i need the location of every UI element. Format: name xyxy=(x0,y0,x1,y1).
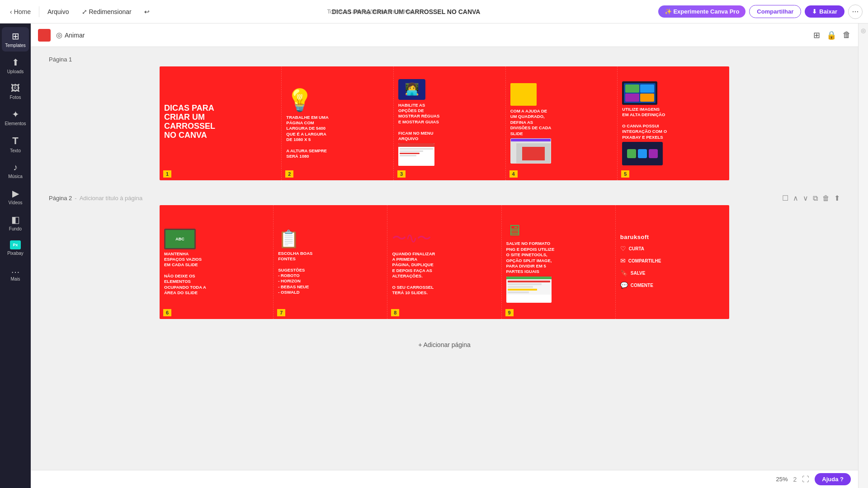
video-icon: ▶ xyxy=(12,188,19,199)
pixabay-icon: Px xyxy=(10,240,21,249)
duplicate-page-button[interactable]: ⧉ xyxy=(813,194,818,202)
section-8-text: QUANDO FINALIZARA PRIMEIRAPÁGINA, DUPLIQ… xyxy=(392,251,496,296)
page-2-label: Página 2 - Adicionar título à página xyxy=(49,195,142,202)
section-3[interactable]: 👩‍💻 HABILITE ASOPÇÕES DEMOSTRAR RÉGUASE … xyxy=(394,66,506,180)
move-down-button[interactable]: ∨ xyxy=(803,194,808,202)
templates-icon: ⊞ xyxy=(12,31,19,42)
brand-label: baruksoft xyxy=(620,234,725,240)
more-options-button[interactable]: ··· xyxy=(848,5,863,19)
section-6[interactable]: ABC MANTENHAESPAÇOS VAZIOSEM CADA SLIDEN… xyxy=(160,205,274,319)
sidebar-item-pixabay[interactable]: Px Pixabay xyxy=(2,237,29,259)
save-label: SALVE xyxy=(631,271,646,276)
sidebar-item-videos[interactable]: ▶ Vídeos xyxy=(2,184,29,209)
sidebar-item-fundo[interactable]: ◧ Fundo xyxy=(2,211,29,235)
canvas-page-1[interactable]: DICAS PARACRIAR UMCARROSSELNO CANVA 1 💡 … xyxy=(160,66,729,180)
share-button[interactable]: Compartilhar xyxy=(749,5,801,18)
section-number-5: 5 xyxy=(621,170,629,178)
animate-label: Animar xyxy=(65,32,85,39)
download-button[interactable]: ⬇ Baixar xyxy=(805,5,844,18)
top-navigation: ‹ Home Arquivo ⤢ Redimensionar ↩ Todas a… xyxy=(0,0,868,23)
sidebar-item-uploads[interactable]: ⬆ Uploads xyxy=(2,53,29,78)
section-number-8: 8 xyxy=(391,309,399,316)
redimensionar-button[interactable]: ⤢ Redimensionar xyxy=(77,6,136,18)
more-icon: … xyxy=(11,265,20,275)
sidebar-item-texto[interactable]: T Texto xyxy=(2,131,29,157)
page-2-meta-row: Página 2 - Adicionar título à página ☐ ∧… xyxy=(49,194,840,202)
section-1[interactable]: DICAS PARACRIAR UMCARROSSELNO CANVA 1 xyxy=(160,66,282,180)
download-icon: ⬇ xyxy=(812,8,817,15)
grid-icon[interactable]: ⊞ xyxy=(813,30,820,40)
page-2-actions: ☐ ∧ ∨ ⧉ 🗑 ⬆ xyxy=(782,194,840,202)
zoom-level: 25% xyxy=(776,476,788,483)
export-page-button[interactable]: ⬆ xyxy=(834,194,840,202)
social-share: ✉ COMPARTILHE xyxy=(620,257,725,264)
section-1-title: DICAS PARACRIAR UMCARROSSELNO CANVA xyxy=(164,104,277,140)
section-5[interactable]: UTILIZE IMAGENSEM ALTA DEFINIÇÃOO CANVA … xyxy=(618,66,729,180)
section-8[interactable]: 〜∿〜 QUANDO FINALIZARA PRIMEIRAPÁGINA, DU… xyxy=(387,205,501,319)
yellow-square-icon xyxy=(510,83,537,106)
social-like: ♡ CURTA xyxy=(620,245,725,252)
delete-page-button[interactable]: 🗑 xyxy=(822,194,830,202)
bulb-icon: 💡 xyxy=(286,88,389,113)
page-icon-button[interactable]: ☐ xyxy=(782,194,788,202)
save-status: Todas as alterações foram salvas xyxy=(327,8,415,15)
section-2[interactable]: 💡 TRABALHE EM UMAPÁGINA COMLARGURA DE 54… xyxy=(282,66,394,180)
lock-icon[interactable]: 🔒 xyxy=(826,30,836,40)
section-number-4: 4 xyxy=(509,170,518,178)
notepad-icon: 📋 xyxy=(278,229,382,249)
section-number-7: 7 xyxy=(277,309,285,316)
canvas-container[interactable]: Página 1 DICAS PARACRIAR UMCARROSSELNO C… xyxy=(31,47,858,470)
move-up-button[interactable]: ∧ xyxy=(793,194,798,202)
sidebar-item-musica[interactable]: ♪ Música xyxy=(2,159,29,183)
elements-icon: ✦ xyxy=(12,109,19,120)
add-page-button[interactable]: + Adicionar página xyxy=(418,341,471,348)
section-number-6: 6 xyxy=(163,309,171,316)
section-7[interactable]: 📋 ESCOLHA BOASFONTESSUGESTÕES- ROBOTO- H… xyxy=(274,205,387,319)
like-label: CURTA xyxy=(629,246,644,251)
color-swatch[interactable] xyxy=(38,29,51,42)
canva-pro-button[interactable]: ✨ Experimente Canva Pro xyxy=(658,5,746,18)
home-button[interactable]: ‹ Home xyxy=(5,6,35,18)
sidebar: ⊞ Templates ⬆ Uploads 🖼 Fotos ✦ Elemento… xyxy=(0,23,31,488)
arquivo-button[interactable]: Arquivo xyxy=(43,6,73,18)
undo-button[interactable]: ↩ xyxy=(140,6,154,18)
chalkboard-icon: ABC xyxy=(164,229,196,249)
sidebar-item-mais[interactable]: … Mais xyxy=(2,261,29,285)
section-5-text: UTILIZE IMAGENSEM ALTA DEFINIÇÃOO CANVA … xyxy=(622,107,725,140)
heart-icon: ♡ xyxy=(620,245,626,252)
status-bar: 25% 2 ⛶ Ajuda ? xyxy=(31,470,858,488)
section-2-text: TRABALHE EM UMAPÁGINA COMLARGURA DE 5400… xyxy=(286,115,389,160)
panel-icon-1[interactable]: ◎ xyxy=(861,27,866,34)
help-button[interactable]: Ajuda ? xyxy=(815,473,851,485)
section-9[interactable]: 🖥 SALVE NO FORMATOPNG E DEPOIS UTILIZEO … xyxy=(502,205,616,319)
photos-icon: 🖼 xyxy=(11,83,20,94)
separator xyxy=(39,6,39,17)
section-3-text: HABILITE ASOPÇÕES DEMOSTRAR RÉGUASE MOST… xyxy=(398,103,501,141)
expand-icon[interactable]: ⛶ xyxy=(802,475,809,483)
add-page-bar: + Adicionar página xyxy=(49,333,840,357)
animate-icon: ◎ xyxy=(56,31,62,39)
section-number-9: 9 xyxy=(505,309,514,316)
social-save: 🔖 SALVE xyxy=(620,269,725,277)
sidebar-item-templates[interactable]: ⊞ Templates xyxy=(2,27,29,52)
trash-icon[interactable]: 🗑 xyxy=(843,30,851,40)
canvas-page-2[interactable]: ABC MANTENHAESPAÇOS VAZIOSEM CADA SLIDEN… xyxy=(160,205,729,319)
share-icon: ✉ xyxy=(620,257,626,264)
page-1-wrapper: Página 1 DICAS PARACRIAR UMCARROSSELNO C… xyxy=(49,56,840,180)
sidebar-item-elementos[interactable]: ✦ Elementos xyxy=(2,105,29,130)
section-6-text: MANTENHAESPAÇOS VAZIOSEM CADA SLIDENÃO D… xyxy=(164,251,269,296)
screenshot-9 xyxy=(506,277,552,303)
screenshot-5 xyxy=(622,142,663,165)
section-number-1: 1 xyxy=(163,170,171,178)
section-number-2: 2 xyxy=(285,170,293,178)
section-social[interactable]: baruksoft ♡ CURTA ✉ COMPARTILHE xyxy=(616,205,729,319)
background-icon: ◧ xyxy=(11,214,20,225)
screenshot-4 xyxy=(510,138,551,164)
monitor-icon: 🖥 xyxy=(506,221,611,239)
page-count[interactable]: 2 xyxy=(793,476,797,483)
page-2-wrapper: Página 2 - Adicionar título à página ☐ ∧… xyxy=(49,194,840,319)
animate-button[interactable]: ◎ Animar xyxy=(56,31,85,39)
sidebar-item-fotos[interactable]: 🖼 Fotos xyxy=(2,80,29,103)
section-4[interactable]: COM A AJUDA DEUM QUADRADO,DEFINA ASDIVIS… xyxy=(506,66,618,180)
screenshot-3 xyxy=(398,143,434,166)
